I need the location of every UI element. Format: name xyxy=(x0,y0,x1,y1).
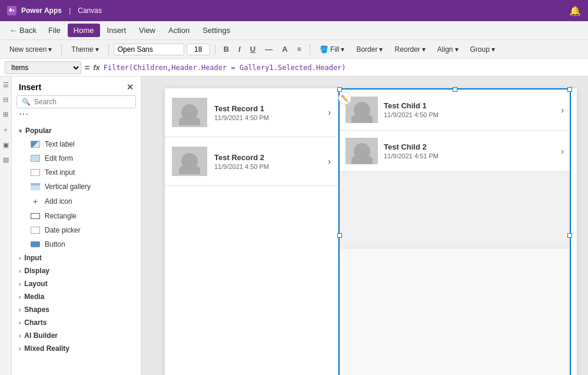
sidebar-item-textinput[interactable]: Text input xyxy=(12,165,141,180)
child-item-1[interactable]: Test Child 1 11/9/2021 4:50 PM › xyxy=(340,89,570,131)
child-item-2[interactable]: Test Child 2 11/9/2021 4:51 PM › xyxy=(340,131,570,172)
left-icon-strip: ☰ ⊟ ⊞ ＋ ▣ ▤ xyxy=(0,77,12,375)
popular-collapse-icon: ▾ xyxy=(19,128,22,134)
popular-section-header[interactable]: ▾ Popular xyxy=(12,124,141,137)
shapes-label: Shapes xyxy=(24,306,49,314)
thumb-avatar-2 xyxy=(181,153,198,170)
input-collapse-icon: › xyxy=(19,255,21,261)
sidebar-item-addicon[interactable]: + Add icon xyxy=(12,194,141,209)
addicon-icon: + xyxy=(31,197,40,206)
input-section-header[interactable]: › Input xyxy=(12,251,141,264)
search-input[interactable] xyxy=(34,98,131,106)
media-collapse-icon: › xyxy=(19,294,21,300)
add-icon[interactable]: ＋ xyxy=(2,125,9,134)
reorder-label: Reorder xyxy=(394,45,420,54)
layers-icon[interactable]: ⊟ xyxy=(3,96,8,104)
charts-section-header[interactable]: › Charts xyxy=(12,316,141,329)
formula-bar: Items = fx Filter(Children,Header.Header… xyxy=(0,59,588,77)
main-layout: ☰ ⊟ ⊞ ＋ ▣ ▤ Insert ✕ 🔍 ⋯ ▾ Popular xyxy=(0,77,588,375)
textinput-icon xyxy=(31,169,40,176)
media-icon[interactable]: ▤ xyxy=(3,156,9,164)
more-options-icon[interactable]: ⋯ xyxy=(16,108,31,120)
reorder-button[interactable]: Reorder ▾ xyxy=(390,44,430,55)
font-family-input[interactable] xyxy=(114,44,184,55)
sidebar-item-textlabel[interactable]: Text label xyxy=(12,137,141,151)
align-text-button[interactable]: ≡ xyxy=(294,43,305,55)
toolbar-sep-3 xyxy=(215,44,215,55)
app-logo: Power Apps | Canvas xyxy=(7,6,102,15)
gallery-thumb-1 xyxy=(172,98,207,127)
child-avatar-1 xyxy=(354,102,370,118)
editform-icon xyxy=(31,155,40,162)
mixed-reality-section-header[interactable]: › Mixed Reality xyxy=(12,342,141,355)
vgallery-icon xyxy=(31,183,40,190)
menu-view[interactable]: View xyxy=(133,24,161,37)
resize-handle-tr[interactable] xyxy=(567,87,572,92)
variable-icon[interactable]: ▣ xyxy=(3,141,9,149)
gallery-thumb-2 xyxy=(172,147,207,176)
sidebar-close-icon[interactable]: ✕ xyxy=(127,82,134,92)
shapes-section-header[interactable]: › Shapes xyxy=(12,303,141,316)
border-button[interactable]: Border ▾ xyxy=(351,44,387,55)
shapes-collapse-icon: › xyxy=(19,307,21,313)
layout-section-header[interactable]: › Layout xyxy=(12,277,141,290)
italic-button[interactable]: I xyxy=(235,43,244,55)
display-section-header[interactable]: › Display xyxy=(12,264,141,277)
sidebar-item-editform[interactable]: Edit form xyxy=(12,151,141,165)
resize-handle-tc[interactable] xyxy=(453,87,457,92)
title-separator: | xyxy=(69,6,71,15)
align-button[interactable]: Align ▾ xyxy=(433,44,463,55)
gallery-record-2[interactable]: Test Record 2 11/9/2021 4:50 PM › xyxy=(165,137,338,186)
gallery-right-selected[interactable]: ✏️ Test Child 1 11/9/2021 4:5 xyxy=(338,88,571,375)
gallery-record-1[interactable]: Test Record 1 11/9/2021 4:50 PM › xyxy=(165,88,338,137)
sidebar-item-button[interactable]: Button xyxy=(12,237,141,251)
font-color-button[interactable]: A xyxy=(278,43,291,55)
menu-home[interactable]: Home xyxy=(68,24,100,37)
search-icon: 🔍 xyxy=(22,98,31,106)
menu-bar: ← Back File Home Insert View Action Sett… xyxy=(0,21,588,40)
title-bar: Power Apps | Canvas 🔔 xyxy=(0,0,588,21)
canvas-area: Test Record 1 11/9/2021 4:50 PM › Test R… xyxy=(141,77,588,375)
menu-action[interactable]: Action xyxy=(162,24,195,37)
resize-handle-mr[interactable] xyxy=(567,233,572,238)
ai-builder-section-header[interactable]: › AI Builder xyxy=(12,329,141,342)
formula-text[interactable]: Filter(Children,Header.Header = Gallery1… xyxy=(104,64,346,72)
canvas-label: Canvas xyxy=(78,6,102,15)
app-name: Power Apps xyxy=(21,6,62,15)
ai-builder-collapse-icon: › xyxy=(19,333,21,339)
notification-icon[interactable]: 🔔 xyxy=(569,5,581,16)
mixed-reality-collapse-icon: › xyxy=(19,346,21,352)
theme-chevron-icon: ▾ xyxy=(95,45,99,54)
back-button[interactable]: ← Back xyxy=(5,24,41,37)
fill-label: Fill xyxy=(330,45,339,54)
bold-button[interactable]: B xyxy=(220,43,232,55)
menu-file[interactable]: File xyxy=(42,24,67,37)
menu-settings[interactable]: Settings xyxy=(197,24,236,37)
child-arrow-2: › xyxy=(561,147,564,156)
sidebar-item-verticalgallery[interactable]: Vertical gallery xyxy=(12,180,141,194)
reorder-chevron-icon: ▾ xyxy=(422,45,426,54)
strikethrough-button[interactable]: — xyxy=(261,43,276,55)
toolbar: New screen ▾ Theme ▾ B I U — A ≡ 🪣 Fill … xyxy=(0,40,588,59)
font-size-input[interactable] xyxy=(187,44,210,55)
property-select[interactable]: Items xyxy=(5,61,81,74)
edit-button[interactable]: ✏️ xyxy=(338,92,351,105)
media-section-header[interactable]: › Media xyxy=(12,290,141,303)
child-thumb-2 xyxy=(346,138,378,164)
hamburger-icon[interactable]: ☰ xyxy=(3,81,9,89)
underline-button[interactable]: U xyxy=(247,43,259,55)
gallery-arrow-2: › xyxy=(328,157,331,166)
menu-insert[interactable]: Insert xyxy=(101,24,132,37)
sidebar-item-datepicker[interactable]: Date picker xyxy=(12,223,141,237)
data-icon[interactable]: ⊞ xyxy=(3,111,8,118)
sidebar-item-rectangle[interactable]: Rectangle xyxy=(12,209,141,223)
theme-button[interactable]: Theme ▾ xyxy=(67,44,103,55)
resize-handle-tl[interactable] xyxy=(337,87,342,92)
fx-label: fx xyxy=(93,63,100,72)
new-screen-button[interactable]: New screen ▾ xyxy=(5,44,57,55)
resize-handle-ml[interactable] xyxy=(337,233,342,238)
button-icon xyxy=(31,241,40,247)
child-1-subtitle: 11/9/2021 4:50 PM xyxy=(384,111,555,118)
group-button[interactable]: Group ▾ xyxy=(466,44,500,55)
fill-button[interactable]: 🪣 Fill ▾ xyxy=(315,44,349,55)
